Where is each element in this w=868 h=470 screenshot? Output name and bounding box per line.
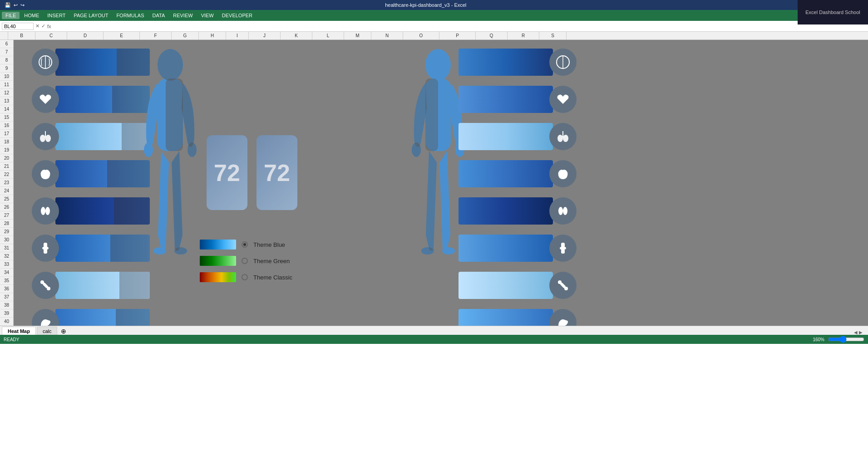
save-icon[interactable]: 💾 (4, 2, 12, 8)
joint-bar (55, 235, 150, 262)
col-s[interactable]: S (539, 32, 567, 39)
col-k[interactable]: K (281, 32, 312, 39)
col-d[interactable]: D (67, 32, 104, 39)
col-i[interactable]: I (226, 32, 249, 39)
stomach-icon (37, 166, 54, 182)
tab-formulas[interactable]: FORMULAS (113, 12, 148, 19)
organ-row-stomach-right (459, 156, 577, 191)
row-30[interactable]: 30 (0, 236, 13, 244)
col-e[interactable]: E (104, 32, 140, 39)
row-15[interactable]: 15 (0, 113, 13, 122)
row-24[interactable]: 24 (0, 187, 13, 195)
col-n[interactable]: N (371, 32, 403, 39)
sheet-nav[interactable]: ◀ ▶ (850, 330, 866, 335)
theme-green-radio[interactable] (242, 258, 248, 264)
function-icon[interactable]: fx (47, 24, 51, 29)
foot-bar (55, 309, 150, 326)
kidneys-bar (55, 197, 150, 225)
tab-file[interactable]: FILE (2, 12, 20, 19)
tab-developer[interactable]: DEVELOPER (218, 12, 256, 19)
row-12[interactable]: 12 (0, 89, 13, 97)
left-body-svg (136, 44, 204, 326)
score-value-right: 72 (264, 159, 290, 186)
stomach-icon-right (555, 166, 571, 182)
tab-heat-map[interactable]: Heat Map (2, 327, 36, 335)
quick-access-toolbar[interactable]: 💾 ↩ ↪ (4, 2, 25, 8)
col-l[interactable]: L (312, 32, 344, 39)
row-17[interactable]: 17 (0, 130, 13, 138)
cancel-formula-icon[interactable]: ✕ (35, 23, 39, 29)
row-29[interactable]: 29 (0, 228, 13, 236)
tab-calc[interactable]: calc (37, 327, 58, 335)
row-6[interactable]: 6 (0, 40, 13, 48)
row-28[interactable]: 28 (0, 220, 13, 228)
theme-green-item[interactable]: Theme Green (200, 256, 292, 266)
redo-icon[interactable]: ↪ (20, 2, 25, 8)
tab-page-layout[interactable]: PAGE LAYOUT (70, 12, 112, 19)
row-23[interactable]: 23 (0, 179, 13, 187)
row-36[interactable]: 36 (0, 285, 13, 293)
row-14[interactable]: 14 (0, 105, 13, 113)
col-p[interactable]: P (439, 32, 476, 39)
row-25[interactable]: 25 (0, 195, 13, 203)
theme-blue-item[interactable]: Theme Blue (200, 240, 292, 250)
col-j[interactable]: J (249, 32, 281, 39)
grid-content[interactable]: 72 72 Theme Blue Theme Green (14, 40, 868, 326)
row-26[interactable]: 26 (0, 203, 13, 211)
svg-point-27 (442, 247, 455, 255)
col-f[interactable]: F (140, 32, 172, 39)
row-19[interactable]: 19 (0, 146, 13, 154)
row-38[interactable]: 38 (0, 301, 13, 309)
tab-home[interactable]: HOME (20, 12, 43, 19)
row-18[interactable]: 18 (0, 138, 13, 146)
col-r[interactable]: R (508, 32, 539, 39)
row-13[interactable]: 13 (0, 97, 13, 105)
row-21[interactable]: 21 (0, 162, 13, 171)
row-31[interactable]: 31 (0, 244, 13, 252)
row-16[interactable]: 16 (0, 122, 13, 130)
tab-data[interactable]: DATA (149, 12, 169, 19)
row-34[interactable]: 34 (0, 269, 13, 277)
col-c[interactable]: C (35, 32, 67, 39)
col-q[interactable]: Q (476, 32, 508, 39)
foot-icon-circle (32, 309, 59, 326)
col-b[interactable]: B (8, 32, 35, 39)
tab-view[interactable]: VIEW (197, 12, 217, 19)
svg-point-30 (421, 247, 434, 255)
row-22[interactable]: 22 (0, 171, 13, 179)
cell-reference[interactable] (2, 23, 34, 30)
theme-blue-radio[interactable] (242, 241, 248, 248)
tab-insert[interactable]: INSERT (44, 12, 69, 19)
confirm-formula-icon[interactable]: ✓ (41, 23, 45, 29)
col-m[interactable]: M (344, 32, 371, 39)
tab-review[interactable]: REVIEW (169, 12, 196, 19)
row-39[interactable]: 39 (0, 309, 13, 318)
row-27[interactable]: 27 (0, 211, 13, 220)
theme-legend: Theme Blue Theme Green Theme Classic (200, 240, 292, 282)
row-32[interactable]: 32 (0, 252, 13, 260)
row-10[interactable]: 10 (0, 73, 13, 81)
undo-icon[interactable]: ↩ (13, 2, 19, 8)
svg-rect-19 (166, 78, 183, 151)
row-7[interactable]: 7 (0, 48, 13, 56)
col-h[interactable]: H (199, 32, 226, 39)
svg-point-4 (41, 207, 45, 215)
row-33[interactable]: 33 (0, 260, 13, 269)
row-9[interactable]: 9 (0, 64, 13, 73)
theme-classic-radio[interactable] (242, 274, 248, 280)
add-sheet-button[interactable]: ⊕ (58, 328, 69, 335)
row-35[interactable]: 35 (0, 277, 13, 285)
row-37[interactable]: 37 (0, 293, 13, 301)
row-11[interactable]: 11 (0, 81, 13, 89)
row-40[interactable]: 40 (0, 318, 13, 326)
row-8[interactable]: 8 (0, 56, 13, 64)
col-o[interactable]: O (403, 32, 439, 39)
formula-input[interactable] (53, 24, 866, 29)
svg-point-20 (187, 142, 197, 157)
organ-row-foot-right (459, 305, 577, 326)
col-g[interactable]: G (172, 32, 199, 39)
theme-classic-item[interactable]: Theme Classic (200, 272, 292, 282)
row-20[interactable]: 20 (0, 154, 13, 162)
joint-icon (37, 240, 54, 256)
zoom-slider[interactable] (828, 336, 864, 343)
